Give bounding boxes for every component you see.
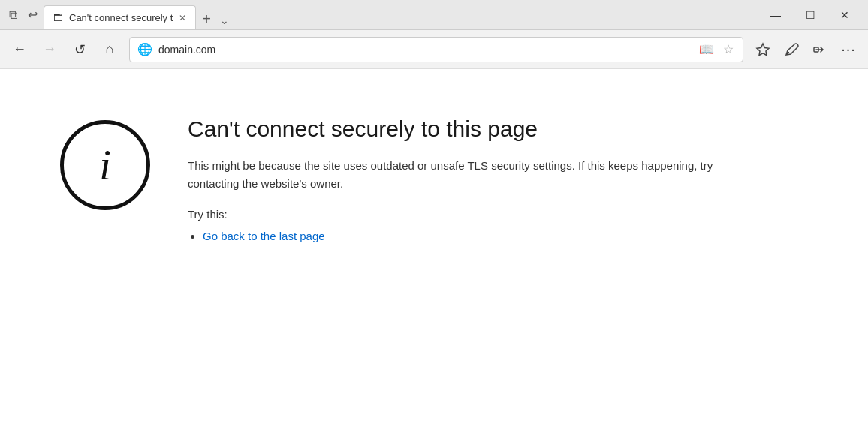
list-item: Go back to the last page xyxy=(203,230,808,242)
more-button[interactable]: ··· xyxy=(835,36,862,63)
titlebar: ⧉ ↩ 🗔 Can't connect securely t ✕ + ⌄ — ☐… xyxy=(0,0,868,30)
more-dots-icon: ··· xyxy=(841,41,856,58)
close-button[interactable]: ✕ xyxy=(827,0,862,30)
error-text-area: Can't connect securely to this page This… xyxy=(188,114,808,248)
tab-dropdown-button[interactable]: ⌄ xyxy=(217,11,232,29)
address-bar[interactable]: 🌐 domain.com 📖 ☆ xyxy=(129,37,743,62)
back-button[interactable]: ← xyxy=(6,36,33,63)
share-icon xyxy=(812,42,827,57)
reopen-tab-icon[interactable]: ↩ xyxy=(25,5,41,25)
tab-title: Can't connect securely t xyxy=(69,12,173,23)
page-content: i Can't connect securely to this page Th… xyxy=(0,69,868,436)
toolbar-actions: ··· xyxy=(749,36,862,63)
reading-view-icon[interactable]: 📖 xyxy=(698,41,716,58)
pen-icon xyxy=(784,42,799,57)
tab-page-icon: 🗔 xyxy=(53,12,63,23)
globe-icon: 🌐 xyxy=(137,42,152,56)
tabs-area: 🗔 Can't connect securely t ✕ + ⌄ xyxy=(44,0,758,29)
pen-button[interactable] xyxy=(778,36,805,63)
favorite-star-icon[interactable]: ☆ xyxy=(722,41,735,58)
tab-close-button[interactable]: ✕ xyxy=(179,13,186,23)
error-links: Go back to the last page xyxy=(188,230,808,242)
try-this-label: Try this: xyxy=(188,208,808,221)
error-title: Can't connect securely to this page xyxy=(188,114,808,143)
toolbar: ← → ↺ ⌂ 🌐 domain.com 📖 ☆ ··· xyxy=(0,30,868,69)
refresh-button[interactable]: ↺ xyxy=(66,36,93,63)
error-icon: i xyxy=(60,120,150,210)
forward-button[interactable]: → xyxy=(36,36,63,63)
restore-button[interactable]: ☐ xyxy=(793,0,827,30)
address-text: domain.com xyxy=(158,44,692,56)
tab-grid-icon[interactable]: ⧉ xyxy=(6,5,20,25)
error-description: This might be because the site uses outd… xyxy=(188,157,713,193)
go-back-link[interactable]: Go back to the last page xyxy=(203,230,325,242)
home-button[interactable]: ⌂ xyxy=(96,36,123,63)
hub-button[interactable] xyxy=(749,36,776,63)
share-button[interactable] xyxy=(806,36,833,63)
info-letter: i xyxy=(99,144,111,186)
titlebar-left: ⧉ ↩ xyxy=(6,5,41,25)
hub-icon xyxy=(755,42,770,57)
active-tab[interactable]: 🗔 Can't connect securely t ✕ xyxy=(44,5,196,29)
minimize-button[interactable]: — xyxy=(758,0,793,30)
new-tab-button[interactable]: + xyxy=(196,8,217,29)
window-controls: — ☐ ✕ xyxy=(758,0,862,30)
